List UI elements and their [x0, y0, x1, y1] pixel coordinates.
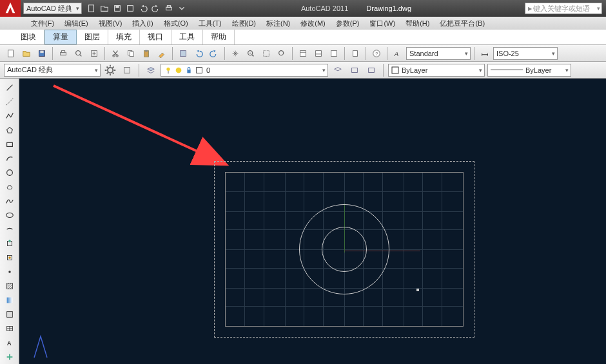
drawing-canvas[interactable]	[19, 79, 606, 364]
dimstyle-dropdown[interactable]: ISO-25	[493, 47, 558, 60]
svg-rect-8	[40, 50, 43, 53]
menu-help[interactable]: 帮助(H)	[400, 17, 435, 30]
zoom-prev-icon[interactable]	[275, 46, 289, 61]
rectangle-icon[interactable]	[3, 138, 17, 151]
tab-measure[interactable]: 算量	[44, 30, 77, 44]
workspace-label: AutoCAD 经典	[26, 4, 72, 14]
search-input[interactable]: 键入关键字或短语 ▾	[525, 3, 602, 14]
undo-icon[interactable]	[137, 3, 149, 14]
qat-dropdown-icon[interactable]	[176, 3, 188, 14]
draw-toolbar: A	[0, 79, 19, 364]
menu-window[interactable]: 窗口(W)	[364, 17, 400, 30]
svg-rect-24	[264, 50, 269, 56]
region-icon[interactable]	[3, 308, 17, 321]
textstyle-icon[interactable]: A	[391, 46, 405, 61]
layer-dropdown[interactable]: 0	[161, 64, 328, 77]
tab-layer[interactable]: 图层	[77, 30, 108, 44]
menu-modify[interactable]: 修改(M)	[295, 17, 331, 30]
linetype-dropdown[interactable]: ByLayer	[487, 64, 571, 77]
circle-icon[interactable]	[3, 166, 17, 179]
layers-toolbar: AutoCAD 经典 0 ByLayer ByLayer	[0, 62, 606, 79]
tab-hatch[interactable]: 填充	[108, 30, 140, 44]
separator	[344, 47, 345, 60]
layer-manager-icon[interactable]	[144, 63, 158, 77]
arc-icon[interactable]	[3, 152, 17, 165]
layer-prev-icon[interactable]	[331, 63, 345, 77]
paste-icon[interactable]	[139, 46, 153, 61]
redo-icon[interactable]	[150, 3, 162, 14]
redo-tb-icon[interactable]	[207, 46, 221, 61]
svg-rect-40	[187, 70, 190, 73]
tab-tools[interactable]: 工具	[171, 30, 203, 44]
line-icon[interactable]	[3, 81, 17, 94]
menu-format[interactable]: 格式(O)	[159, 17, 193, 30]
gradient-icon[interactable]	[3, 294, 17, 307]
help-icon[interactable]: ?	[369, 46, 384, 61]
saveas-icon[interactable]	[124, 3, 136, 14]
workspace-dropdown[interactable]: AutoCAD 经典	[4, 64, 101, 77]
point-icon[interactable]	[3, 265, 17, 278]
props-icon[interactable]	[296, 46, 310, 61]
new-doc-icon[interactable]	[4, 46, 18, 61]
tab-block[interactable]: 图块	[13, 30, 44, 44]
publish-icon[interactable]	[87, 46, 101, 61]
tab-help[interactable]: 帮助	[203, 30, 235, 44]
menu-platform[interactable]: 亿把豆平台(B)	[435, 17, 490, 30]
menu-draw[interactable]: 绘图(D)	[227, 17, 261, 30]
save-icon[interactable]	[112, 3, 123, 14]
insert-block-icon[interactable]	[3, 237, 17, 250]
polyline-icon[interactable]	[3, 110, 17, 122]
sheet-set-icon[interactable]	[311, 46, 326, 61]
new-icon[interactable]	[86, 3, 97, 14]
revision-cloud-icon[interactable]	[3, 180, 17, 193]
polygon-icon[interactable]	[3, 124, 17, 137]
copy-icon[interactable]	[124, 46, 138, 61]
svg-point-49	[6, 170, 12, 176]
spline-icon[interactable]	[3, 195, 17, 207]
app-logo[interactable]	[0, 0, 21, 17]
matchprop-icon[interactable]	[155, 46, 169, 61]
cut-icon[interactable]	[108, 46, 122, 61]
layer-states-icon[interactable]	[347, 63, 362, 77]
dimstyle-icon[interactable]	[478, 46, 492, 61]
plot-icon[interactable]	[56, 46, 70, 61]
gear-icon[interactable]	[103, 63, 117, 77]
svg-rect-36	[124, 67, 130, 73]
tab-viewport[interactable]: 视口	[140, 30, 171, 44]
menu-parametric[interactable]: 参数(P)	[331, 17, 365, 30]
svg-rect-30	[331, 50, 337, 56]
layer-iso-icon[interactable]	[364, 63, 378, 77]
calc-icon[interactable]	[348, 46, 362, 61]
make-block-icon[interactable]	[3, 251, 17, 264]
color-dropdown[interactable]: ByLayer	[388, 64, 485, 77]
open-icon[interactable]	[99, 3, 110, 14]
workspace-save-icon[interactable]	[120, 63, 134, 77]
svg-point-35	[108, 67, 113, 72]
zoom-realtime-icon[interactable]: +	[244, 46, 258, 61]
undo-tb-icon[interactable]	[191, 46, 206, 61]
construction-line-icon[interactable]	[3, 95, 17, 108]
menu-insert[interactable]: 插入(I)	[127, 17, 158, 30]
ellipse-arc-icon[interactable]	[3, 223, 17, 236]
tool-palettes-icon[interactable]	[327, 46, 341, 61]
workspace-selector[interactable]: AutoCAD 经典	[23, 3, 82, 14]
svg-point-37	[166, 67, 170, 70]
menu-dimension[interactable]: 标注(N)	[261, 17, 295, 30]
hatch-icon[interactable]	[3, 280, 17, 292]
table-icon[interactable]	[3, 322, 17, 335]
pan-icon[interactable]	[228, 46, 242, 61]
open-doc-icon[interactable]	[19, 46, 34, 61]
save-doc-icon[interactable]	[35, 46, 49, 61]
menu-file[interactable]: 文件(F)	[26, 17, 59, 30]
menu-tools[interactable]: 工具(T)	[193, 17, 227, 30]
mtext-icon[interactable]: A	[3, 336, 17, 349]
block-editor-icon[interactable]	[176, 46, 190, 61]
textstyle-dropdown[interactable]: Standard	[406, 47, 471, 60]
add-selected-icon[interactable]	[3, 350, 17, 363]
menu-view[interactable]: 视图(V)	[93, 17, 128, 30]
ellipse-icon[interactable]	[3, 209, 17, 222]
preview-icon[interactable]	[72, 46, 86, 61]
menu-edit[interactable]: 编辑(E)	[59, 17, 93, 30]
print-icon[interactable]	[163, 3, 175, 14]
zoom-window-icon[interactable]	[259, 46, 273, 61]
